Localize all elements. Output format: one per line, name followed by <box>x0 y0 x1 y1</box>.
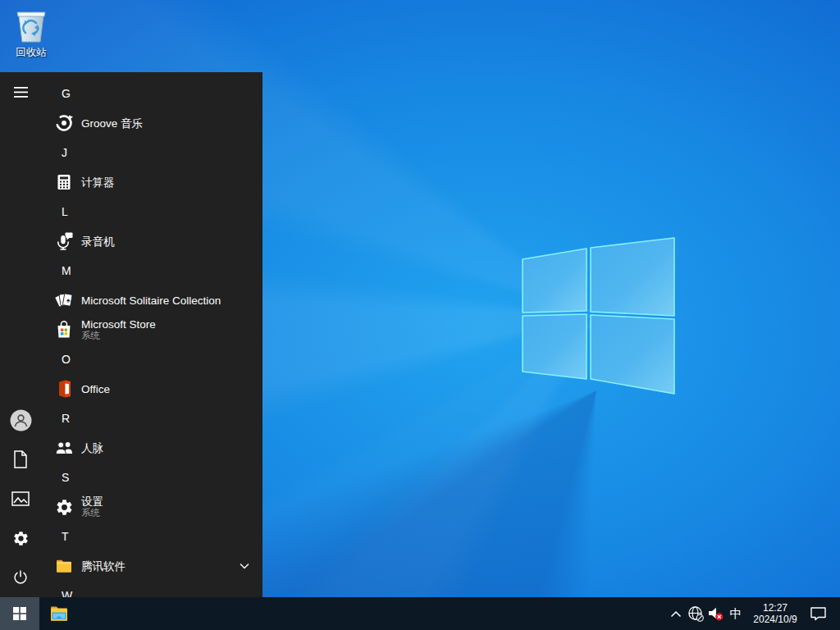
calculator-icon <box>54 172 74 192</box>
groove-music-icon <box>54 113 74 133</box>
action-center-icon <box>810 606 827 622</box>
tray-time: 12:27 <box>763 602 788 614</box>
start-menu: G Groove 音乐 J <box>0 72 262 597</box>
ime-indicator-button[interactable]: 中 <box>725 597 746 630</box>
settings-gear-icon <box>54 497 74 517</box>
solitaire-icon: ♠ <box>54 290 74 310</box>
section-letter-o[interactable]: O <box>41 345 262 374</box>
app-calculator[interactable]: 计算器 <box>41 167 262 197</box>
section-letter-s[interactable]: S <box>41 463 262 492</box>
app-office[interactable]: Office <box>41 374 262 404</box>
expand-menu-button[interactable] <box>1 72 40 112</box>
app-settings[interactable]: 设置 系统 <box>41 492 262 522</box>
file-explorer-button[interactable] <box>39 597 79 630</box>
pictures-icon <box>11 491 30 506</box>
windows-wallpaper-logo-icon <box>517 232 679 399</box>
app-solitaire[interactable]: ♠ Microsoft Solitaire Collection <box>41 285 262 315</box>
action-center-button[interactable] <box>804 597 832 630</box>
section-letter-w[interactable]: W <box>41 581 262 597</box>
taskbar: 中 12:27 2024/10/9 <box>0 597 840 630</box>
pictures-button[interactable] <box>1 479 40 518</box>
office-icon <box>54 379 74 399</box>
start-menu-rail <box>0 72 41 597</box>
recycle-bin[interactable]: 回收站 <box>5 5 57 60</box>
documents-button[interactable] <box>1 440 40 479</box>
app-groove-music[interactable]: Groove 音乐 <box>41 108 262 138</box>
section-letter-l[interactable]: L <box>41 197 262 226</box>
system-tray: 中 12:27 2024/10/9 <box>666 597 840 630</box>
app-people[interactable]: 人脉 <box>41 433 262 463</box>
section-letter-g[interactable]: G <box>41 79 262 108</box>
show-hidden-icons-button[interactable] <box>666 597 686 630</box>
clock-button[interactable]: 12:27 2024/10/9 <box>746 597 804 630</box>
file-explorer-icon <box>48 603 70 624</box>
volume-muted-button[interactable] <box>705 597 725 630</box>
section-letter-t[interactable]: T <box>41 522 262 551</box>
app-folder-tencent[interactable]: 腾讯软件 <box>41 551 262 581</box>
settings-button[interactable] <box>1 518 40 558</box>
voice-recorder-icon <box>54 231 74 251</box>
start-menu-app-list: G Groove 音乐 J <box>41 72 262 597</box>
tray-date: 2024/10/9 <box>753 614 797 625</box>
network-status-button[interactable] <box>686 597 705 630</box>
user-avatar-icon <box>10 409 32 431</box>
power-button[interactable] <box>1 558 40 597</box>
speaker-muted-icon <box>706 605 724 623</box>
recycle-bin-icon <box>13 5 49 44</box>
gear-icon <box>12 530 30 547</box>
store-icon <box>54 320 74 340</box>
section-letter-j[interactable]: J <box>41 138 262 167</box>
chevron-down-icon[interactable] <box>240 563 249 569</box>
section-letter-m[interactable]: M <box>41 256 262 285</box>
people-icon <box>54 438 74 458</box>
power-icon <box>12 569 29 586</box>
hamburger-icon <box>14 87 28 98</box>
recycle-bin-label: 回收站 <box>16 46 47 60</box>
globe-no-internet-icon <box>687 605 705 623</box>
folder-icon <box>54 556 74 576</box>
app-voice-recorder[interactable]: 录音机 <box>41 226 262 256</box>
section-letter-r[interactable]: R <box>41 404 262 433</box>
windows-logo-icon <box>13 607 26 620</box>
user-account-button[interactable] <box>1 400 40 440</box>
chevron-up-icon <box>670 610 682 618</box>
start-button[interactable] <box>0 597 39 630</box>
document-icon <box>12 450 29 468</box>
app-microsoft-store[interactable]: Microsoft Store 系统 <box>41 315 262 345</box>
